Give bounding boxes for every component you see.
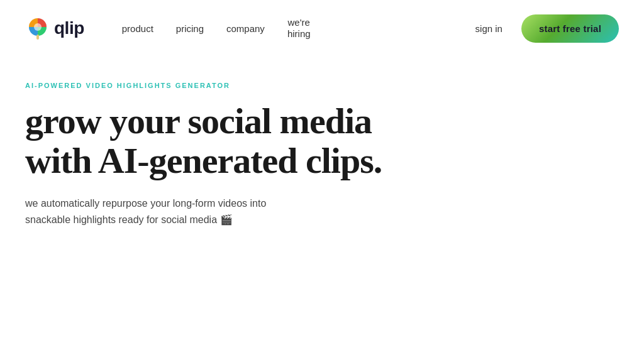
hero-subtext: we automatically repurpose your long-for… (25, 195, 289, 228)
hero-subtext-line1: we automatically repurpose your long-for… (25, 198, 266, 209)
main-nav: product pricing company we're hiring (122, 17, 475, 40)
hero-headline-line1: grow your social media (25, 101, 372, 141)
nav-we-hiring[interactable]: we're hiring (287, 17, 311, 40)
svg-point-1 (34, 23, 42, 31)
nav-company[interactable]: company (226, 23, 265, 34)
we-hiring-line2: hiring (287, 28, 311, 40)
we-hiring-line1: we're (287, 17, 311, 28)
hero-headline-line2: with AI-generated clips. (25, 140, 382, 181)
sign-in-link[interactable]: sign in (475, 23, 502, 34)
hero-eyebrow: AI-POWERED VIDEO HIGHLIGHTS GENERATOR (25, 82, 619, 89)
header-actions: sign in start free trial (475, 14, 619, 43)
logo-text: qlip (54, 18, 84, 38)
hero-subtext-line2: snackable highlights ready for social me… (25, 214, 233, 225)
nav-product[interactable]: product (122, 23, 153, 34)
nav-pricing[interactable]: pricing (176, 23, 204, 34)
hero-headline: grow your social media with AI-generated… (25, 102, 415, 180)
logo[interactable]: qlip (25, 16, 84, 41)
svg-rect-2 (36, 35, 39, 40)
start-free-trial-button[interactable]: start free trial (521, 14, 619, 43)
logo-icon (25, 16, 50, 41)
hero-section: AI-POWERED VIDEO HIGHLIGHTS GENERATOR gr… (0, 57, 644, 228)
